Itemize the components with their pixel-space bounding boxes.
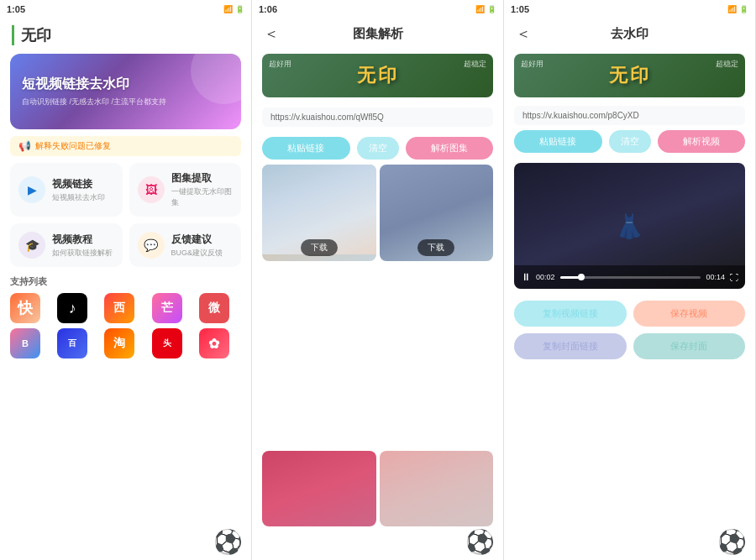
status-time-3: 1:05	[511, 4, 529, 14]
app-kuaishou: 快	[10, 293, 40, 323]
status-bar-3: 1:05 📶 🔋	[504, 0, 755, 18]
notice-icon: 📢	[18, 140, 31, 152]
footer-decor-2: ⚽	[252, 526, 503, 560]
back-button-3[interactable]: ＜	[516, 24, 531, 44]
copy-cover-link-button[interactable]: 复制封面链接	[514, 333, 627, 359]
paste-button-3[interactable]: 粘贴链接	[514, 130, 602, 153]
signal-icon: 📶	[223, 5, 233, 13]
status-icons-3: 📶 🔋	[727, 5, 748, 13]
status-time-2: 1:06	[259, 4, 277, 14]
menu-label-feedback: 反馈建议	[171, 233, 223, 247]
page-title-1: 无印	[12, 25, 51, 45]
phone2: 1:06 📶 🔋 ＜ 图集解析 超好用 无印 超稳定 https://v.kua…	[252, 0, 504, 560]
signal-icon-3: 📶	[727, 5, 737, 13]
menu-label-video: 视频链接	[52, 177, 105, 191]
app-baidu: 百	[57, 328, 87, 359]
status-icons-1: 📶 🔋	[223, 5, 244, 13]
video-subject-icon: 👗	[615, 212, 644, 240]
menu-icon-video: ▶	[18, 176, 45, 203]
image-thumb-1: 下载	[262, 165, 376, 261]
copy-video-link-button[interactable]: 复制视频链接	[514, 301, 627, 327]
menu-grid: ▶ 视频链接 短视频祛去水印 🖼 图集提取 一键提取无水印图集 🎓 视频教程 如…	[10, 163, 241, 267]
banner-logo-3: 无印	[609, 63, 651, 88]
video-progress-bar[interactable]	[560, 276, 701, 279]
menu-label-gallery: 图集提取	[171, 171, 234, 186]
wifi-icon-3: 🔋	[739, 5, 748, 13]
download-btn-2[interactable]: 下载	[417, 239, 454, 256]
menu-item-tutorial[interactable]: 🎓 视频教程 如何获取链接解析	[10, 223, 123, 267]
support-section: 支持列表 快 ♪ 西 芒 微 B 百 淘 头 ✿	[10, 275, 241, 359]
status-icons-2: 📶 🔋	[475, 5, 496, 13]
footer-decor-3: ⚽	[504, 526, 755, 560]
wifi-icon: 🔋	[235, 5, 244, 13]
app-douyin: ♪	[57, 293, 87, 323]
phone2-nav: ＜ 图集解析	[252, 18, 503, 49]
video-player: 👗 ⏸ 00:02 00:14 ⛶	[514, 163, 745, 289]
url-display-3: https://v.kuaishou.com/p8CyXD	[514, 106, 745, 125]
fullscreen-button[interactable]: ⛶	[730, 273, 738, 282]
video-controls: ⏸ 00:02 00:14 ⛶	[514, 265, 745, 289]
parse-button-3[interactable]: 解析视频	[658, 130, 746, 153]
app-banner-2: 超好用 无印 超稳定	[262, 54, 493, 97]
banner-logo-2: 无印	[357, 63, 399, 88]
menu-label-tutorial: 视频教程	[52, 233, 113, 247]
save-video-button[interactable]: 保存视频	[633, 301, 746, 327]
video-progress-dot	[578, 274, 585, 280]
image-thumb-4	[380, 451, 494, 526]
menu-item-video[interactable]: ▶ 视频链接 短视频祛去水印	[10, 163, 123, 217]
app-taobao: 淘	[104, 328, 134, 359]
menu-desc-feedback: BUG&建议反馈	[171, 248, 223, 259]
soccer-ball-2: ⚽	[465, 528, 495, 556]
action-grid: 复制视频链接 保存视频 复制封面链接 保存封面	[514, 301, 745, 359]
app-mango: 芒	[152, 293, 182, 323]
download-btn-1[interactable]: 下载	[301, 239, 338, 256]
pause-button[interactable]: ⏸	[521, 271, 531, 283]
banner-tag-right-3: 超稳定	[716, 59, 738, 70]
parse-button-2[interactable]: 解析图集	[406, 137, 494, 160]
menu-desc-gallery: 一键提取无水印图集	[171, 186, 234, 208]
soccer-ball-1: ⚽	[213, 528, 243, 556]
menu-desc-video: 短视频祛去水印	[52, 192, 105, 203]
notice-text: 解释失败问题已修复	[35, 140, 111, 152]
menu-desc-tutorial: 如何获取链接解析	[52, 248, 113, 259]
phone3-nav: ＜ 去水印	[504, 18, 755, 49]
menu-item-gallery[interactable]: 🖼 图集提取 一键提取无水印图集	[129, 163, 242, 217]
banner-tag-left-2: 超好用	[269, 59, 291, 70]
video-current-time: 00:02	[536, 273, 555, 281]
video-total-time: 00:14	[706, 273, 725, 281]
banner-subtitle: 自动识别链接 /无感去水印 /主流平台都支持	[22, 97, 229, 107]
image-thumb-3	[262, 451, 376, 526]
paste-button-2[interactable]: 粘贴链接	[262, 137, 350, 160]
app-xiaohongshu: ✿	[199, 328, 229, 359]
image-thumb-2: 下载	[380, 165, 494, 261]
footer-decor-1: ⚽	[0, 526, 251, 560]
support-icons: 快 ♪ 西 芒 微 B 百 淘 头 ✿	[10, 293, 241, 359]
phone1: 1:05 📶 🔋 无印 短视频链接去水印 自动识别链接 /无感去水印 /主流平台…	[0, 0, 252, 560]
back-button-2[interactable]: ＜	[264, 24, 279, 44]
clear-button-3[interactable]: 清空	[609, 130, 651, 153]
page-title-2: 图集解析	[353, 26, 403, 42]
save-cover-button[interactable]: 保存封面	[633, 333, 746, 359]
support-title: 支持列表	[10, 275, 241, 288]
image-grid: 下载 下载	[262, 165, 493, 447]
soccer-ball-3: ⚽	[717, 528, 747, 556]
app-weibo: 微	[199, 293, 229, 323]
app-xigua: 西	[104, 293, 134, 323]
wifi-icon-2: 🔋	[487, 5, 496, 13]
app-bilibili: B	[10, 328, 40, 359]
banner-tag-left-3: 超好用	[521, 59, 543, 70]
url-display-2: https://v.kuaishou.com/qWfl5Q	[262, 107, 493, 127]
action-buttons-3: 粘贴链接 清空 解析视频	[514, 130, 745, 153]
signal-icon-2: 📶	[475, 5, 485, 13]
menu-icon-tutorial: 🎓	[18, 232, 45, 259]
notice-bar: 📢 解释失败问题已修复	[10, 136, 241, 156]
menu-icon-gallery: 🖼	[138, 176, 165, 203]
status-time-1: 1:05	[7, 4, 25, 14]
banner-tag-right-2: 超稳定	[464, 59, 486, 70]
menu-item-feedback[interactable]: 💬 反馈建议 BUG&建议反馈	[129, 223, 242, 267]
page-title-3: 去水印	[611, 26, 648, 42]
image-bottom-row	[262, 451, 493, 526]
app-toutiao: 头	[152, 328, 182, 359]
action-buttons-2: 粘贴链接 清空 解析图集	[262, 137, 493, 160]
clear-button-2[interactable]: 清空	[357, 137, 399, 160]
